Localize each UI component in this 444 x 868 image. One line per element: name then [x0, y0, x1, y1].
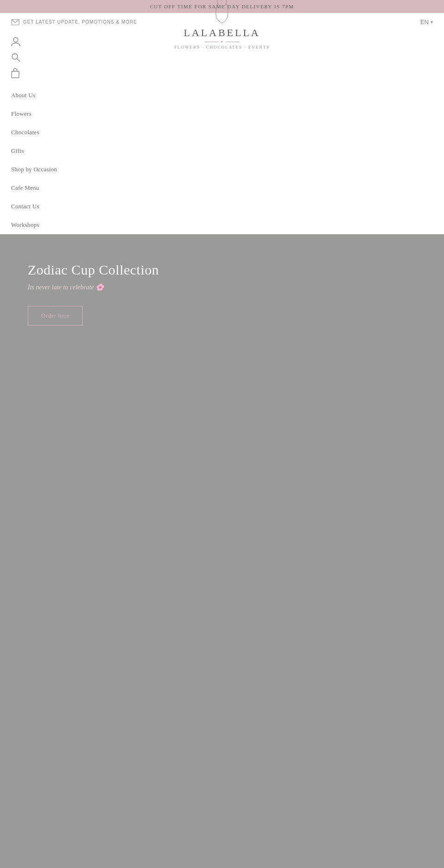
email-cta[interactable]: GET LATEST UPDATE, POMOTIONS & MORE	[11, 19, 137, 25]
nav-item-gifts[interactable]: Gifts	[11, 142, 433, 160]
language-label: EN	[420, 19, 429, 25]
logo-name: LALABELLA	[174, 27, 270, 39]
email-cta-label: GET LATEST UPDATE, POMOTIONS & MORE	[23, 19, 137, 25]
nav-item-chocolates[interactable]: Chocolates	[11, 123, 433, 142]
nav-item-workshops[interactable]: Workshops	[11, 216, 433, 234]
svg-point-7	[13, 37, 18, 42]
logo-tagline: FLOWERS · CHOCOLATES · EVENTS	[174, 45, 270, 50]
nav-menu: About Us Flowers Chocolates Gifts Shop b…	[0, 86, 444, 234]
logo[interactable]: LALABELLA ✦ FLOWERS · CHOCOLATES · EVENT…	[174, 0, 270, 50]
nav-item-cafe-menu[interactable]: Cafe Menu	[11, 179, 433, 197]
hero-subtitle: Its never late to celebrate 🌸	[28, 283, 416, 291]
hero-section: Zodiac Cup Collection Its never late to …	[0, 234, 444, 868]
search-icon[interactable]	[11, 53, 433, 64]
language-chevron-icon: ▾	[431, 19, 433, 25]
logo-divider: ✦	[174, 40, 270, 44]
hero-title: Zodiac Cup Collection	[28, 262, 416, 278]
svg-point-8	[12, 54, 18, 59]
nav-item-contact-us[interactable]: Contact Us	[11, 197, 433, 216]
bag-icon[interactable]	[11, 68, 433, 81]
svg-point-1	[217, 0, 227, 7]
nav-item-about[interactable]: About Us	[11, 86, 433, 105]
nav-item-shop-by-occasion[interactable]: Shop by Occasion	[11, 160, 433, 179]
header: GET LATEST UPDATE, POMOTIONS & MORE LALA…	[0, 13, 444, 31]
svg-rect-10	[12, 71, 19, 78]
hero-content: Zodiac Cup Collection Its never late to …	[28, 262, 416, 325]
svg-line-9	[17, 59, 20, 62]
order-here-button[interactable]: Order here	[28, 306, 83, 325]
language-selector[interactable]: EN ▾	[420, 19, 433, 25]
logo-flower-icon	[208, 0, 236, 27]
nav-item-flowers[interactable]: Flowers	[11, 105, 433, 123]
email-icon	[11, 19, 19, 25]
